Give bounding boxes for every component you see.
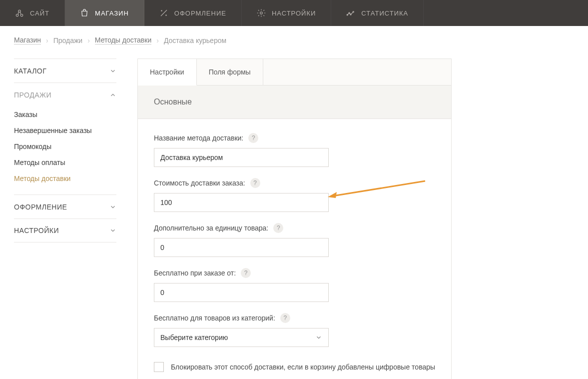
select-category[interactable]: Выберите категорию [154, 328, 329, 347]
sidebar-label: НАСТРОЙКИ [14, 226, 59, 234]
help-icon[interactable]: ? [273, 223, 283, 233]
input-name[interactable] [154, 148, 329, 167]
tab-form-fields[interactable]: Поля формы [197, 59, 263, 86]
sidebar-label: ПРОДАЖИ [14, 91, 51, 99]
sidebar-label: КАТАЛОГ [14, 67, 46, 75]
help-icon[interactable]: ? [280, 313, 290, 323]
settings-icon [257, 8, 266, 18]
nav-label: НАСТРОЙКИ [272, 10, 316, 17]
chevron-down-icon [315, 334, 322, 341]
nav-shop[interactable]: МАГАЗИН [65, 0, 144, 26]
crumb-delivery-methods[interactable]: Методы доставки [95, 36, 151, 44]
chevron-up-icon [109, 92, 116, 98]
input-per-unit[interactable] [154, 238, 329, 257]
shop-icon [80, 8, 89, 18]
form-tabs: Настройки Поля формы [138, 59, 451, 86]
sidebar-section-catalog[interactable]: КАТАЛОГ [14, 58, 116, 82]
nav-stats[interactable]: СТАТИСТИКА [331, 0, 424, 26]
crumb-shop[interactable]: Магазин [14, 36, 41, 44]
svg-point-4 [166, 15, 167, 16]
sidebar-item-payment-methods[interactable]: Методы оплаты [14, 154, 116, 170]
help-icon[interactable]: ? [248, 133, 258, 143]
label-free-from: Бесплатно при заказе от: [154, 269, 236, 277]
chevron-right-icon: › [46, 36, 48, 44]
checkbox-block-digital[interactable] [154, 362, 164, 372]
svg-point-5 [260, 12, 263, 14]
help-icon[interactable]: ? [250, 178, 260, 188]
sidebar-label: ОФОРМЛЕНИЕ [14, 203, 67, 211]
chevron-down-icon [109, 204, 116, 210]
crumb-current: Доставка курьером [164, 36, 226, 44]
label-per-unit: Дополнительно за единицу товара: [154, 224, 268, 232]
form-main: Название метода доставки: ? Стоимость до… [137, 119, 452, 379]
nav-settings[interactable]: НАСТРОЙКИ [242, 0, 331, 26]
sidebar-section-sales[interactable]: ПРОДАЖИ [14, 82, 116, 106]
nav-label: САЙТ [30, 10, 49, 17]
sidebar-item-orders[interactable]: Заказы [14, 106, 116, 122]
input-free-from[interactable] [154, 283, 329, 302]
nav-label: ОФОРМЛЕНИЕ [174, 10, 226, 17]
stats-icon [346, 8, 355, 18]
nav-design[interactable]: ОФОРМЛЕНИЕ [144, 0, 242, 26]
top-navigation: САЙТ МАГАЗИН ОФОРМЛЕНИЕ НАСТРОЙКИ СТАТИС… [0, 0, 588, 26]
chevron-down-icon [109, 227, 116, 234]
crumb-sales: Продажи [53, 36, 82, 44]
label-name: Название метода доставки: [154, 134, 243, 142]
chevron-right-icon: › [156, 36, 159, 44]
design-icon [159, 8, 168, 18]
nav-label: МАГАЗИН [95, 10, 129, 17]
select-placeholder: Выберите категорию [160, 334, 228, 342]
chevron-right-icon: › [87, 36, 90, 44]
content-panel: Настройки Поля формы Основные Название м… [121, 58, 452, 379]
nav-label: СТАТИСТИКА [361, 10, 408, 17]
input-cost[interactable] [154, 193, 329, 212]
nav-site[interactable]: САЙТ [0, 0, 65, 26]
tab-settings[interactable]: Настройки [138, 59, 197, 86]
svg-point-3 [161, 10, 162, 12]
sidebar-sales-items: Заказы Незавершенные заказы Промокоды Ме… [14, 106, 116, 194]
chevron-down-icon [109, 68, 116, 74]
breadcrumbs: Магазин › Продажи › Методы доставки › До… [14, 36, 452, 44]
sidebar-item-delivery-methods[interactable]: Методы доставки [14, 170, 116, 186]
sidebar-item-promocodes[interactable]: Промокоды [14, 138, 116, 154]
sidebar-section-settings[interactable]: НАСТРОЙКИ [14, 218, 116, 242]
label-block-digital: Блокировать этот способ доставки, если в… [171, 363, 435, 371]
sidebar-section-design[interactable]: ОФОРМЛЕНИЕ [14, 194, 116, 218]
label-free-categories: Бесплатно для товаров из категорий: [154, 314, 275, 322]
sidebar-item-incomplete-orders[interactable]: Незавершенные заказы [14, 122, 116, 138]
help-icon[interactable]: ? [241, 268, 251, 278]
label-cost: Стоимость доставки заказа: [154, 179, 245, 187]
section-title: Основные [137, 86, 452, 119]
sidebar: КАТАЛОГ ПРОДАЖИ Заказы Незавершенные зак… [14, 58, 121, 379]
site-icon [15, 8, 24, 18]
